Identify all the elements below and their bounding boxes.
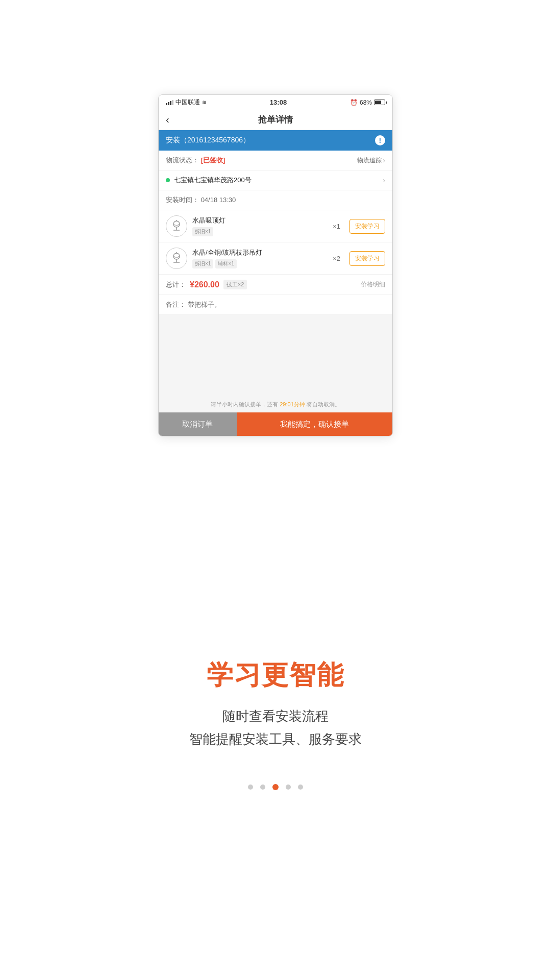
dot-3-active[interactable] (272, 784, 279, 790)
bottom-notice: 请半小时内确认接单，还有 29:01分钟 将自动取消。 (159, 397, 392, 412)
time-row: 安装时间： 04/18 13:30 (159, 190, 392, 210)
product-tags-1: 拆旧×1 (192, 227, 328, 236)
confirm-button[interactable]: 我能搞定，确认接单 (237, 412, 392, 436)
product-icon-1 (166, 215, 187, 237)
pagination-dots (248, 784, 303, 790)
product-name-1: 水晶吸顶灯 (192, 216, 328, 225)
address-text: 七宝镇七宝镇华茂路200号 (174, 176, 382, 185)
address-dot-icon (166, 178, 170, 182)
dot-5[interactable] (298, 785, 303, 790)
product-qty-1: ×1 (333, 223, 340, 230)
dot-2[interactable] (260, 785, 265, 790)
product-qty-2: ×2 (333, 255, 340, 262)
logistics-row: 物流状态： [已签收] 物流追踪 › (159, 151, 392, 170)
install-time-value: 04/18 13:30 (201, 196, 236, 204)
price-detail-button[interactable]: 价格明细 (361, 280, 385, 289)
worker-tag: 技工×2 (223, 280, 247, 289)
notice-suffix: 将自动取消。 (307, 401, 340, 407)
address-chevron-icon: › (383, 176, 385, 184)
status-bar: 中国联通 ≋ 13:08 ⏰ 68% (159, 95, 392, 110)
product-tag-2-2: 辅料×1 (215, 259, 236, 268)
battery-icon (374, 100, 385, 105)
logistics-label-group: 物流状态： [已签收] (166, 156, 225, 165)
notice-time: 29:01分钟 (280, 401, 305, 407)
sub-text-2: 智能提醒安装工具、服务要求 (189, 730, 362, 748)
product-tag-1-1: 拆旧×1 (192, 227, 213, 236)
nav-bar: ‹ 抢单详情 (159, 110, 392, 130)
product-info-1: 水晶吸顶灯 拆旧×1 (192, 216, 328, 236)
total-price: ¥260.00 (190, 280, 219, 289)
logistics-label: 物流状态： (166, 156, 199, 164)
install-learn-button-2[interactable]: 安装学习 (349, 251, 385, 266)
total-row: 总计： ¥260.00 技工×2 价格明细 (159, 275, 392, 295)
address-row[interactable]: 七宝镇七宝镇华茂路200号 › (159, 170, 392, 190)
big-title: 学习更智能 (207, 657, 344, 693)
status-right: ⏰ 68% (350, 99, 385, 106)
product-icon-2 (166, 248, 187, 269)
gray-area (159, 315, 392, 397)
notice-prefix: 请半小时内确认接单，还有 (211, 401, 278, 407)
product-row-1: 水晶吸顶灯 拆旧×1 ×1 安装学习 (159, 210, 392, 242)
status-time: 13:08 (270, 99, 287, 106)
status-left: 中国联通 ≋ (166, 98, 207, 107)
product-name-2: 水晶/全铜/玻璃枝形吊灯 (192, 248, 328, 257)
alarm-icon: ⏰ (350, 99, 358, 106)
install-time-label: 安装时间： (166, 196, 199, 204)
svg-point-0 (173, 221, 180, 227)
install-learn-button-1[interactable]: 安装学习 (349, 219, 385, 234)
notes-value: 带把梯子。 (188, 301, 221, 308)
product-row-2: 水晶/全铜/玻璃枝形吊灯 拆旧×1 辅料×1 ×2 安装学习 (159, 242, 392, 275)
page-title: 抢单详情 (258, 114, 293, 126)
svg-point-4 (173, 253, 180, 259)
product-tags-2: 拆旧×1 辅料×1 (192, 259, 328, 268)
phone-frame: 中国联通 ≋ 13:08 ⏰ 68% ‹ 抢单详情 安装（20161234567… (158, 94, 393, 436)
dot-1[interactable] (248, 785, 253, 790)
cancel-button[interactable]: 取消订单 (159, 412, 237, 436)
signal-bars-icon (166, 100, 173, 105)
notes-row: 备注： 带把梯子。 (159, 295, 392, 315)
bottom-buttons: 取消订单 我能搞定，确认接单 (159, 412, 392, 436)
bottom-section: 学习更智能 随时查看安装流程 智能提醒安装工具、服务要求 (169, 436, 382, 980)
product-info-2: 水晶/全铜/玻璃枝形吊灯 拆旧×1 辅料×1 (192, 248, 328, 268)
wifi-icon: ≋ (202, 99, 207, 106)
warning-icon: ! (375, 135, 385, 145)
back-button[interactable]: ‹ (166, 114, 169, 126)
content-area: 物流状态： [已签收] 物流追踪 › 七宝镇七宝镇华茂路200号 › 安装时间：… (159, 151, 392, 397)
product-tag-2-1: 拆旧×1 (192, 259, 213, 268)
total-label: 总计： (166, 280, 186, 289)
notes-label: 备注： (166, 301, 186, 308)
carrier-label: 中国联通 (176, 98, 200, 107)
logistics-status: [已签收] (201, 156, 226, 164)
sub-text-1: 随时查看安装流程 (222, 707, 329, 725)
battery-percent: 68% (360, 99, 372, 106)
chevron-right-icon: › (383, 156, 385, 164)
logistics-track-button[interactable]: 物流追踪 › (357, 156, 385, 165)
order-id-label: 安装（20161234567806） (166, 136, 250, 145)
order-header-bar: 安装（20161234567806） ! (159, 130, 392, 151)
dot-4[interactable] (286, 785, 291, 790)
